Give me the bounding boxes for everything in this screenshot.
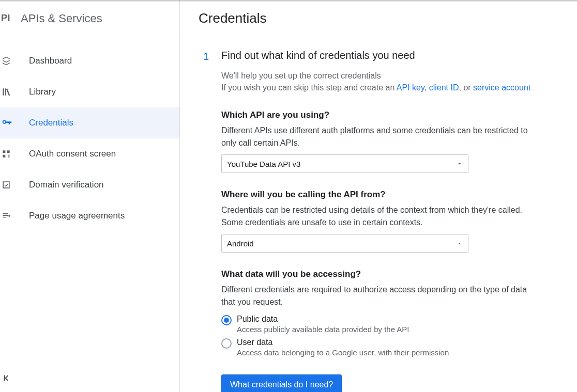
question-which-api-title: Which API are you using? [221, 110, 542, 120]
sidebar-title: APIs & Services [21, 12, 102, 25]
step-title: Find out what kind of credentials you ne… [221, 50, 542, 61]
domain-verification-icon [0, 180, 29, 190]
data-access-radio-group: Public data Access publicly available da… [221, 313, 542, 360]
question-calling-from-title: Where will you be calling the API from? [221, 190, 542, 200]
dropdown-caret-icon [457, 161, 463, 167]
agreements-icon [0, 211, 29, 221]
api-select-value: YouTube Data API v3 [227, 160, 300, 168]
main-header: Credentials [180, 0, 577, 37]
calling-from-select-value: Android [227, 239, 254, 248]
question-calling-from-desc: Credentials can be restricted using deta… [221, 204, 542, 229]
sidebar-nav: Dashboard Library Credentials OAuth cons… [0, 37, 179, 231]
sidebar-item-label: Library [29, 87, 56, 97]
sidebar-item-label: Page usage agreements [29, 211, 125, 221]
radio-desc: Access publicly available data provided … [237, 325, 409, 334]
page-title: Credentials [199, 10, 267, 26]
sidebar-item-dashboard[interactable]: Dashboard [0, 45, 179, 76]
radio-label: Public data [237, 315, 409, 324]
sidebar-item-page-usage-agreements[interactable]: Page usage agreements [0, 200, 179, 231]
radio-desc: Access data belonging to a Google user, … [237, 348, 449, 357]
radio-icon [221, 315, 232, 325]
collapse-sidebar-button[interactable] [1, 372, 12, 384]
product-api-icon: PI [0, 13, 21, 24]
sidebar-item-credentials[interactable]: Credentials [0, 107, 179, 138]
question-which-api-desc: Different APIs use different auth platfo… [221, 124, 542, 149]
service-account-link[interactable]: service account [473, 83, 530, 92]
step-number: 1 [201, 50, 221, 392]
radio-public-data[interactable]: Public data Access publicly available da… [221, 313, 542, 337]
oauth-icon [0, 149, 29, 159]
sidebar-item-domain-verification[interactable]: Domain verification [0, 169, 179, 200]
calling-from-select[interactable]: Android [221, 234, 468, 253]
question-data-access-desc: Different credentials are required to au… [221, 284, 542, 308]
library-icon [0, 87, 29, 97]
sidebar-header: PI APIs & Services [0, 0, 179, 37]
sidebar-item-oauth-consent[interactable]: OAuth consent screen [0, 138, 179, 169]
api-key-link[interactable]: API key [397, 83, 424, 92]
sidebar-item-label: OAuth consent screen [29, 149, 116, 159]
radio-user-data[interactable]: User data Access data belonging to a Goo… [221, 337, 542, 360]
chevron-collapse-icon [1, 372, 12, 384]
main-panel: Credentials 1 Find out what kind of cred… [180, 0, 577, 392]
sidebar-item-label: Credentials [29, 118, 73, 128]
client-id-link[interactable]: client ID [429, 83, 459, 92]
sidebar-item-label: Domain verification [29, 180, 104, 190]
what-credentials-button[interactable]: What credentials do I need? [221, 374, 342, 392]
dashboard-icon [0, 56, 29, 66]
key-icon [0, 117, 29, 129]
step-help-text: We'll help you set up the correct creden… [221, 70, 542, 93]
sidebar-item-library[interactable]: Library [0, 76, 179, 107]
dropdown-caret-icon [457, 240, 463, 246]
api-select[interactable]: YouTube Data API v3 [221, 154, 468, 173]
sidebar: PI APIs & Services Dashboard Library [0, 0, 180, 392]
question-data-access-title: What data will you be accessing? [221, 269, 542, 279]
radio-icon [221, 338, 232, 349]
radio-label: User data [237, 338, 449, 347]
sidebar-item-label: Dashboard [29, 56, 72, 66]
